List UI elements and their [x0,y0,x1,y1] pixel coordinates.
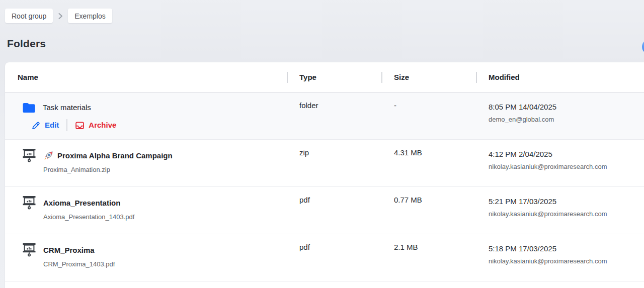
column-header-type: Type [287,62,381,92]
presentation-icon [22,243,36,257]
table-row-crm-proxima[interactable]: CRM_Proxima CRM_Proxima_1403.pdf pdf 2.1… [5,234,644,281]
size-cell: 2.1 MB [381,234,476,281]
modified-time: 5:21 PM 17/03/2025 [489,196,639,208]
size-cell: 0.77 MB [381,187,476,234]
modified-by-email: demo_en@global.com [489,116,639,124]
modified-time: 4:12 PM 2/04/2025 [489,148,639,160]
modified-time: 8:05 PM 14/04/2025 [489,101,639,113]
file-title: Axioma_Presentation [43,197,120,209]
table-row-axioma-presentation[interactable]: Axioma_Presentation Axioma_Presentation_… [5,187,644,234]
size-cell: 4.31 MB [381,140,476,186]
folder-icon [22,102,36,113]
column-header-size: Size [381,62,476,92]
partial-next-row [5,281,644,288]
actions-divider [66,119,67,131]
archive-label: Archive [89,119,116,131]
breadcrumb-current-label: Exemplos [74,12,105,20]
table-header-row: Name Type Size Modified [5,62,644,92]
row-actions: Edit Archive [31,119,282,131]
name-cell: Proxima Alpha Brand Campaign Proxima_Ani… [5,140,287,186]
chevron-right-icon [57,13,63,20]
file-title: Proxima Alpha Brand Campaign [57,150,173,162]
name-cell: CRM_Proxima CRM_Proxima_1403.pdf [5,234,287,281]
presentation-icon [22,148,36,163]
type-cell: pdf [287,187,381,234]
rocket-icon [43,151,53,161]
breadcrumb-root-group[interactable]: Root group [5,9,53,23]
breadcrumb-root-label: Root group [12,12,46,20]
presentation-icon [22,196,36,210]
modified-cell: 8:05 PM 14/04/2025 demo_en@global.com [476,92,644,139]
type-cell: zip [287,140,381,186]
modified-by-email: nikolay.kasianiuk@proximaresearch.com [489,163,639,171]
modified-by-email: nikolay.kasianiuk@proximaresearch.com [489,257,639,265]
edit-button[interactable]: Edit [31,119,59,131]
modified-cell: 5:18 PM 17/03/2025 nikolay.kasianiuk@pro… [476,234,644,281]
type-cell: folder [287,92,381,139]
file-name: Proxima_Animation.zip [43,166,282,174]
name-cell: Task materials Edit [5,92,287,139]
archive-icon [75,121,85,130]
floating-action-button[interactable] [642,39,644,54]
table-row-proxima-alpha[interactable]: Proxima Alpha Brand Campaign Proxima_Ani… [5,140,644,187]
file-title: CRM_Proxima [43,244,95,256]
modified-cell: 4:12 PM 2/04/2025 nikolay.kasianiuk@prox… [476,140,644,186]
modified-by-email: nikolay.kasianiuk@proximaresearch.com [489,210,639,218]
archive-button[interactable]: Archive [75,119,116,131]
column-header-name: Name [5,62,287,92]
name-cell: Axioma_Presentation Axioma_Presentation_… [5,187,287,234]
column-header-modified: Modified [476,62,644,92]
file-name: CRM_Proxima_1403.pdf [43,260,282,268]
breadcrumb: Root group Exemplos [5,9,112,23]
table-row-task-materials[interactable]: Task materials Edit [5,92,644,140]
modified-cell: 5:21 PM 17/03/2025 nikolay.kasianiuk@pro… [476,187,644,234]
breadcrumb-current[interactable]: Exemplos [68,9,112,23]
file-name: Axioma_Presentation_1403.pdf [43,213,282,221]
modified-time: 5:18 PM 17/03/2025 [489,243,639,255]
folders-table-card: Name Type Size Modified Task materials [5,62,644,288]
type-cell: pdf [287,234,381,281]
page-title: Folders [7,38,46,50]
size-cell: - [381,92,476,139]
edit-label: Edit [45,119,59,131]
folder-name: Task materials [43,102,91,114]
pencil-icon [31,121,41,130]
